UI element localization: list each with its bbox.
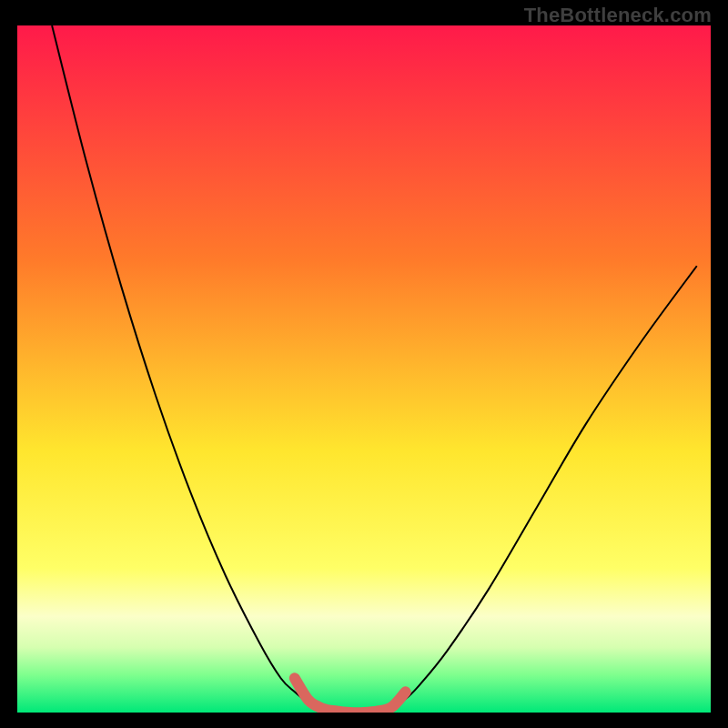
gradient-background <box>17 25 711 713</box>
bottleneck-chart-svg <box>0 0 728 728</box>
chart-frame: TheBottleneck.com <box>0 0 728 728</box>
watermark-text: TheBottleneck.com <box>524 4 712 27</box>
